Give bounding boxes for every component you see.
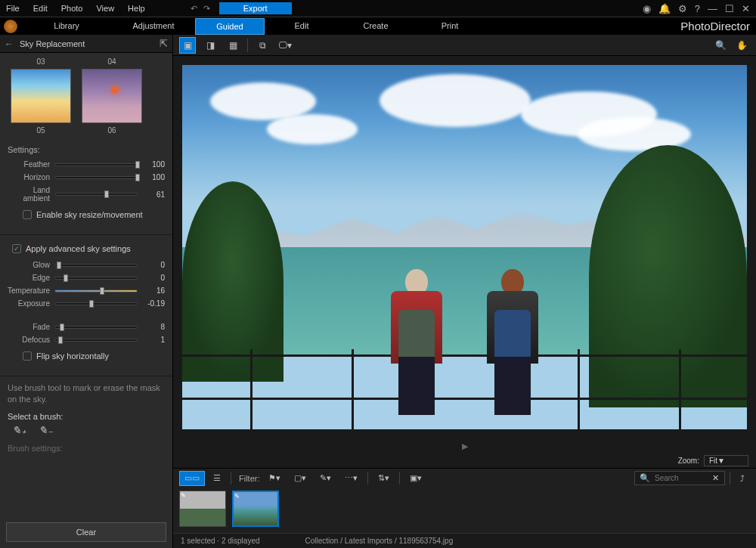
notification-icon[interactable]: 🔔: [658, 3, 671, 14]
slider-value: 16: [142, 286, 165, 295]
filmstrip-view-icon[interactable]: ▭▭: [179, 471, 205, 486]
slider-label-horizon: Horizon: [8, 173, 50, 181]
filter-flag-icon[interactable]: ⚑▾: [263, 471, 286, 486]
account-icon[interactable]: ◉: [643, 3, 651, 14]
checkbox-label: Apply advanced sky settings: [26, 244, 131, 253]
thumbnail-2[interactable]: ✎: [232, 491, 279, 527]
checkbox-enable-resize[interactable]: [23, 210, 32, 219]
redo-icon[interactable]: ↷: [203, 4, 210, 14]
slider-glow[interactable]: [54, 264, 138, 267]
tab-print[interactable]: Print: [413, 18, 487, 35]
brush-hint: Use brush tool to mark or erase the mask…: [8, 382, 165, 406]
brand-label: PhotoDirector: [680, 20, 756, 33]
slider-value: 100: [142, 173, 165, 181]
slider-label-glow: Glow: [8, 261, 50, 269]
maximize-icon[interactable]: ☐: [725, 3, 734, 14]
tab-adjustment[interactable]: Adjustment: [112, 18, 195, 35]
menu-photo[interactable]: Photo: [61, 4, 83, 13]
zoom-tool-icon[interactable]: 🔍: [712, 37, 729, 54]
settings-icon[interactable]: ⚙: [678, 3, 687, 14]
stack-icon[interactable]: ▣▾: [404, 471, 427, 486]
brush-add-icon[interactable]: ✎₊: [12, 424, 26, 436]
status-path: Collection / Latest Imports / 1189563754…: [305, 537, 454, 545]
brush-erase-icon[interactable]: ✎₋: [39, 424, 53, 436]
slider-label-exposure: Exposure: [8, 299, 50, 308]
pan-tool-icon[interactable]: ✋: [733, 37, 750, 54]
undo-icon[interactable]: ↶: [191, 4, 197, 14]
menu-file[interactable]: File: [6, 4, 20, 13]
select-brush-label: Select a brush:: [8, 412, 165, 421]
view-secondary-icon[interactable]: ⧉: [254, 37, 271, 54]
sort-icon[interactable]: ⇅▾: [373, 471, 395, 486]
slider-land-ambient[interactable]: [54, 193, 138, 196]
sky-preset-04[interactable]: [82, 69, 142, 123]
sky-preset-03[interactable]: [11, 69, 71, 123]
checkbox-flip[interactable]: [23, 351, 32, 361]
slider-value: 8: [142, 323, 165, 331]
view-monitor-icon[interactable]: 🖵▾: [277, 37, 293, 54]
slider-exposure[interactable]: [54, 302, 138, 305]
slider-fade[interactable]: [54, 326, 138, 329]
status-selection: 1 selected · 2 displayed: [181, 537, 260, 545]
list-view-icon[interactable]: ☰: [208, 471, 226, 486]
checkbox-advanced[interactable]: [12, 244, 21, 253]
filter-edit-icon[interactable]: ✎▾: [314, 471, 336, 486]
play-icon[interactable]: ▶: [462, 441, 468, 451]
view-single-icon[interactable]: ▣: [179, 37, 196, 54]
zoom-label: Zoom:: [678, 457, 699, 465]
slider-feather[interactable]: [54, 163, 138, 166]
app-logo: [0, 17, 21, 36]
zoom-select[interactable]: Fit ▼: [704, 455, 748, 466]
tab-library[interactable]: Library: [21, 18, 112, 35]
brush-settings-label: Brush settings:: [8, 444, 165, 453]
thumbnail-1[interactable]: ✎: [179, 491, 226, 527]
slider-label-edge: Edge: [8, 274, 50, 282]
popout-icon[interactable]: ⇱: [160, 38, 168, 49]
clear-button[interactable]: Clear: [6, 522, 166, 542]
tab-create[interactable]: Create: [339, 18, 413, 35]
minimize-icon[interactable]: —: [708, 3, 717, 14]
export-button[interactable]: Export: [219, 2, 292, 14]
slider-edge[interactable]: [54, 277, 138, 280]
slider-value: 61: [142, 190, 165, 199]
close-icon[interactable]: ✕: [742, 3, 750, 14]
sky-label: 04: [107, 57, 116, 66]
sky-label: 03: [36, 57, 45, 66]
tab-guided[interactable]: Guided: [195, 18, 265, 35]
tab-edit[interactable]: Edit: [265, 18, 339, 35]
slider-label-temperature: Temperature: [8, 286, 50, 295]
slider-value: 0: [142, 261, 165, 269]
slider-label-land-ambient: Land ambient: [8, 186, 50, 203]
checkbox-label: Enable sky resize/movement: [36, 210, 143, 219]
checkbox-label: Flip sky horizontally: [36, 351, 109, 361]
slider-value: 0: [142, 274, 165, 282]
help-icon[interactable]: ?: [695, 3, 700, 14]
slider-value: 100: [142, 160, 165, 169]
sky-label: 06: [107, 126, 116, 135]
menu-help[interactable]: Help: [128, 4, 145, 13]
search-icon: 🔍: [640, 473, 650, 483]
panel-title: Sky Replacement: [20, 39, 160, 48]
slider-label-defocus: Defocus: [8, 336, 50, 344]
clear-search-icon[interactable]: ✕: [712, 473, 719, 483]
search-input[interactable]: [655, 474, 708, 482]
back-icon[interactable]: ←: [5, 39, 20, 48]
slider-value: 1: [142, 336, 165, 344]
slider-temperature[interactable]: [54, 289, 138, 293]
view-grid-icon[interactable]: ▦: [225, 37, 241, 54]
settings-label: Settings:: [8, 145, 165, 154]
filter-label: Filter:: [239, 474, 260, 483]
slider-horizon[interactable]: [54, 176, 138, 179]
slider-label-feather: Feather: [8, 160, 50, 169]
filter-more-icon[interactable]: ⋯▾: [339, 471, 363, 486]
external-icon[interactable]: ⤴: [735, 471, 750, 486]
photo-viewer[interactable]: [173, 56, 756, 438]
slider-label-fade: Fade: [8, 323, 50, 331]
filter-label-icon[interactable]: ▢▾: [289, 471, 311, 486]
menu-view[interactable]: View: [96, 4, 114, 13]
slider-value: -0.19: [142, 299, 165, 308]
menu-edit[interactable]: Edit: [33, 4, 48, 13]
sky-label: 05: [36, 126, 45, 135]
slider-defocus[interactable]: [54, 339, 138, 342]
view-compare-icon[interactable]: ◨: [202, 37, 218, 54]
